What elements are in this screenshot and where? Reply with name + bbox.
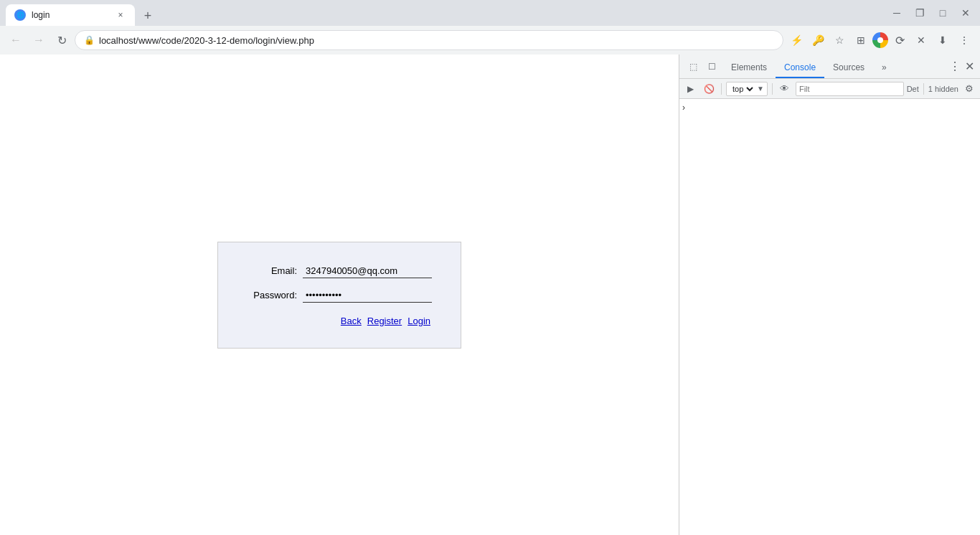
devtools-filter-input[interactable] — [796, 82, 904, 96]
menu-button[interactable]: ⋮ — [954, 30, 974, 50]
title-bar: 🌐 login × + ─ ❐ □ ✕ — [0, 0, 980, 26]
new-tab-button[interactable]: + — [138, 6, 158, 26]
star-button[interactable]: ☆ — [829, 30, 849, 50]
url-text: localhost/www/code/2020-3-12-demo/login/… — [99, 35, 774, 46]
devtools-tab-sources[interactable]: Sources — [824, 58, 873, 78]
lock-icon: 🔒 — [84, 35, 95, 45]
password-row: Password: — [247, 288, 432, 303]
devtools-more-tabs-button[interactable]: » — [873, 58, 895, 78]
devtools-inspect-button[interactable]: ⬚ — [685, 59, 701, 75]
email-label: Email: — [247, 265, 297, 276]
back-button[interactable]: ← — [6, 30, 26, 50]
devtools-device-button[interactable]: ☐ — [704, 59, 720, 75]
devtools-tab-elements[interactable]: Elements — [722, 58, 776, 78]
forward-button[interactable]: → — [29, 30, 49, 50]
window-controls: ─ ❐ □ ✕ — [888, 4, 974, 22]
login-form-box: Email: Password: Back Register Login — [217, 242, 461, 349]
register-button[interactable]: Register — [366, 316, 403, 326]
form-buttons: Back Register Login — [247, 316, 432, 326]
minimize-button[interactable]: ─ — [888, 4, 905, 22]
devtools-header: ⬚ ☐ Elements Console Sources » ⋮ ✕ — [679, 55, 980, 79]
maximize-button[interactable]: □ — [934, 4, 951, 22]
page-content: Email: Password: Back Register Login — [0, 55, 679, 535]
devtools-run-button[interactable]: ▶ — [682, 81, 698, 97]
tab-strip: 🌐 login × + — [6, 0, 888, 26]
restore-button[interactable]: ❐ — [911, 4, 928, 22]
tab-close-button[interactable]: × — [115, 9, 126, 21]
devtools-clear-button[interactable]: 🚫 — [701, 81, 717, 97]
devtools-tabs: Elements Console Sources » — [722, 55, 943, 78]
devtools-tab-console[interactable]: Console — [776, 58, 824, 78]
browser-window: 🌐 login × + ─ ❐ □ ✕ ← → ↻ 🔒 localhost/ww… — [0, 0, 980, 535]
devtools-context-select-wrapper: top ▼ — [726, 82, 768, 96]
devtools-panel: ⬚ ☐ Elements Console Sources » ⋮ ✕ ▶ 🚫 — [679, 55, 980, 535]
address-bar[interactable]: 🔒 localhost/www/code/2020-3-12-demo/logi… — [75, 30, 783, 50]
devtools-default-level: Det — [907, 85, 919, 93]
select-chevron-icon: ▼ — [757, 85, 764, 93]
content-area: Email: Password: Back Register Login ⬚ — [0, 55, 980, 535]
tab-favicon: 🌐 — [14, 9, 26, 21]
password-input[interactable] — [303, 288, 432, 303]
toolbar-divider-2 — [772, 83, 773, 95]
toolbar-right: ⚡ 🔑 ☆ ⊞ ⟳ ✕ ⬇ ⋮ — [786, 30, 974, 50]
devtools-hidden-badge: 1 hidden — [928, 85, 958, 93]
reload-button[interactable]: ↻ — [52, 30, 72, 50]
download-button[interactable]: ⬇ — [933, 30, 953, 50]
devtools-context-select[interactable]: top — [730, 84, 755, 94]
extensions-button[interactable]: ⚡ — [786, 30, 806, 50]
devtools-eye-button[interactable]: 👁 — [777, 81, 793, 97]
extensions-puzzle-button[interactable]: ⊞ — [851, 30, 871, 50]
kaspersky-button[interactable]: ✕ — [911, 30, 931, 50]
devtools-header-icons: ⋮ ✕ — [946, 60, 974, 73]
devtools-console-toolbar: ▶ 🚫 top ▼ 👁 Det 1 hidden ⚙ — [679, 79, 980, 99]
chrome-profile-button[interactable] — [872, 32, 888, 48]
devtools-more-options-button[interactable]: ⋮ — [946, 60, 963, 73]
browser-toolbar: ← → ↻ 🔒 localhost/www/code/2020-3-12-dem… — [0, 26, 980, 55]
toolbar-divider-3 — [923, 83, 924, 95]
login-button[interactable]: Login — [406, 316, 432, 326]
active-tab[interactable]: 🌐 login × — [6, 4, 135, 26]
back-form-button[interactable]: Back — [339, 316, 363, 326]
close-button[interactable]: ✕ — [957, 4, 974, 22]
devtools-close-button[interactable]: ✕ — [965, 60, 974, 73]
password-label: Password: — [247, 290, 297, 300]
email-row: Email: — [247, 264, 432, 278]
key-button[interactable]: 🔑 — [808, 30, 828, 50]
devtools-settings-button[interactable]: ⚙ — [961, 81, 977, 97]
toolbar-divider — [721, 83, 722, 95]
devtools-console-content: › — [679, 99, 980, 535]
email-input[interactable] — [303, 264, 432, 278]
tab-title: login — [32, 10, 109, 20]
console-prompt-chevron[interactable]: › — [682, 103, 685, 113]
chrome-sync-button[interactable]: ⟳ — [890, 30, 910, 50]
